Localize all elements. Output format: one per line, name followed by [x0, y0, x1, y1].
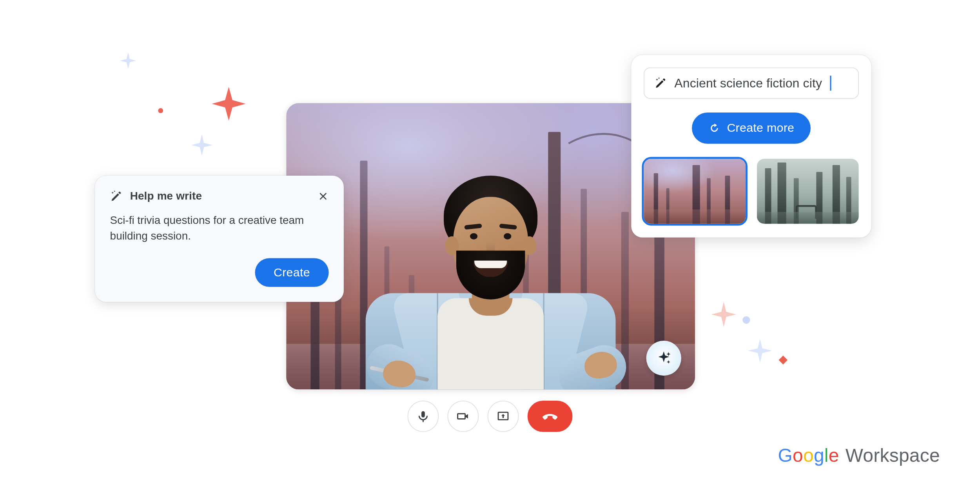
- create-more-label: Create more: [727, 121, 794, 135]
- present-button[interactable]: [488, 401, 519, 432]
- sparkle-icon: [748, 339, 772, 363]
- refresh-icon: [708, 122, 721, 134]
- background-option-2[interactable]: [757, 159, 859, 224]
- background-prompt-text: Ancient science fiction city: [674, 76, 822, 91]
- dot-icon: [742, 316, 750, 324]
- create-button-label: Create: [274, 265, 310, 279]
- google-workspace-logo: Google Workspace: [778, 445, 940, 466]
- text-caret: [830, 76, 831, 91]
- svg-point-2: [659, 78, 660, 79]
- sparkle-icon: [656, 350, 672, 366]
- close-icon[interactable]: [318, 190, 329, 202]
- participant: [359, 164, 622, 389]
- sparkle-icon: [212, 87, 245, 121]
- create-button[interactable]: Create: [255, 258, 329, 287]
- diamond-icon: [777, 354, 789, 366]
- magic-pen-icon: [654, 77, 667, 89]
- microphone-icon: [416, 409, 430, 423]
- magic-pen-icon: [110, 190, 123, 202]
- svg-rect-0: [779, 356, 788, 365]
- workspace-wordmark: Workspace: [846, 445, 940, 466]
- svg-point-1: [114, 191, 115, 192]
- background-prompt-input[interactable]: Ancient science fiction city: [644, 67, 858, 99]
- meet-controls: [408, 401, 573, 432]
- generate-background-card: Ancient science fiction city Create more: [631, 55, 871, 238]
- end-call-button[interactable]: [528, 401, 573, 432]
- help-me-write-prompt: Sci-fi trivia questions for a creative t…: [110, 212, 329, 244]
- dot-icon: [158, 108, 163, 113]
- help-me-write-card: Help me write Sci-fi trivia questions fo…: [95, 176, 344, 302]
- ai-sparkle-badge[interactable]: [646, 341, 681, 376]
- camera-button[interactable]: [448, 401, 479, 432]
- sparkle-icon: [711, 302, 736, 327]
- present-icon: [496, 409, 510, 423]
- create-more-button[interactable]: Create more: [692, 113, 811, 144]
- sparkle-icon: [191, 134, 212, 156]
- hangup-icon: [541, 407, 559, 426]
- sparkle-icon: [120, 53, 136, 69]
- microphone-button[interactable]: [408, 401, 439, 432]
- google-wordmark: Google: [778, 445, 839, 466]
- camera-icon: [456, 409, 470, 423]
- background-option-1[interactable]: [644, 159, 746, 224]
- help-me-write-title: Help me write: [130, 189, 310, 202]
